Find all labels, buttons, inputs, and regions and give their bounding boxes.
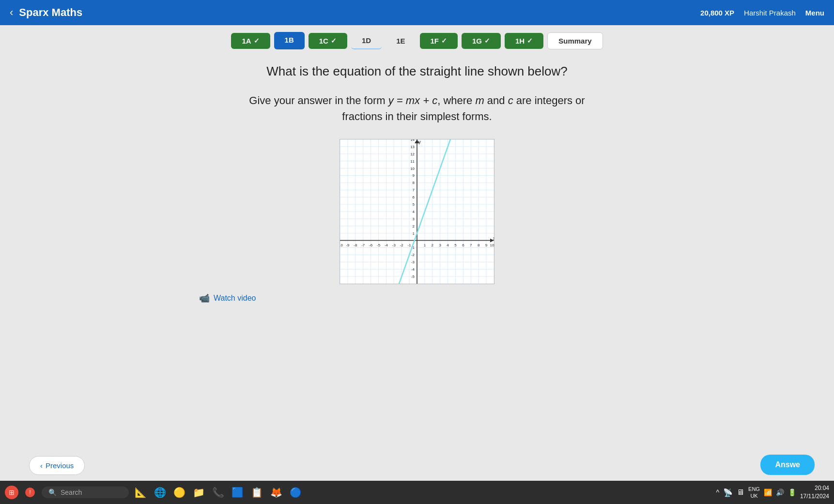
tab-1D[interactable]: 1D <box>351 32 382 49</box>
check-icon-1F: ✓ <box>441 37 447 45</box>
svg-text:-3: -3 <box>411 260 415 264</box>
taskbar-lang: ENGUK <box>748 486 760 500</box>
taskbar-app-4[interactable]: 📁 <box>191 485 206 500</box>
svg-text:2: 2 <box>413 224 415 229</box>
back-button[interactable]: ‹ <box>10 6 13 19</box>
graph-svg: -10 -9 -8 -7 -6 -5 -4 -3 -2 -1 1 2 3 4 5… <box>340 139 494 284</box>
top-bar-right: 20,800 XP Harshit Prakash Menu <box>700 9 824 17</box>
taskbar-clock: 20:04 17/11/2024 <box>800 484 829 501</box>
taskbar-app-5[interactable]: 📞 <box>210 485 226 500</box>
svg-text:1: 1 <box>424 243 426 247</box>
tab-1H[interactable]: 1H ✓ <box>505 33 543 49</box>
taskbar-app-6[interactable]: 🟦 <box>230 485 245 500</box>
svg-text:4: 4 <box>447 243 449 247</box>
svg-text:12: 12 <box>410 152 415 156</box>
main-content: 1A ✓ 1B 1C ✓ 1D 1E 1F ✓ 1G ✓ 1H ✓ Summar… <box>0 25 834 504</box>
menu-button[interactable]: Menu <box>805 9 824 17</box>
tab-1F[interactable]: 1F ✓ <box>420 33 458 49</box>
svg-text:-5: -5 <box>411 275 415 279</box>
svg-text:3: 3 <box>413 217 415 221</box>
tab-1B[interactable]: 1B <box>274 32 305 49</box>
question-area: What is the equation of the straight lin… <box>199 64 635 304</box>
taskbar-battery-icon: 🔋 <box>788 489 796 496</box>
check-icon-1H: ✓ <box>527 37 533 45</box>
svg-text:13: 13 <box>410 145 415 149</box>
previous-label: Previous <box>46 461 74 470</box>
taskbar-app-3[interactable]: 🟡 <box>171 485 187 500</box>
svg-text:3: 3 <box>439 243 441 247</box>
svg-text:6: 6 <box>413 195 415 199</box>
svg-text:5: 5 <box>454 243 457 247</box>
watch-video-button[interactable]: 📹 Watch video <box>199 293 635 304</box>
svg-text:9: 9 <box>485 243 488 247</box>
search-icon: 🔍 <box>48 489 57 496</box>
svg-text:y: y <box>418 139 421 144</box>
svg-text:6: 6 <box>462 243 464 247</box>
tab-1C[interactable]: 1C ✓ <box>309 33 347 49</box>
taskbar-app-7[interactable]: 📋 <box>249 485 264 500</box>
tab-1A[interactable]: 1A ✓ <box>231 33 270 49</box>
notification-icon[interactable]: ! <box>22 485 38 500</box>
taskbar-wifi-icon: 📶 <box>764 489 772 496</box>
previous-button[interactable]: ‹ Previous <box>29 456 85 475</box>
question-formula: Give your answer in the form y = mx + c,… <box>199 92 635 124</box>
check-icon-1C: ✓ <box>331 37 337 45</box>
svg-text:7: 7 <box>470 243 472 247</box>
tab-summary[interactable]: Summary <box>547 32 602 49</box>
taskbar-app-9[interactable]: 🔵 <box>288 485 303 500</box>
svg-text:-4: -4 <box>385 243 388 247</box>
taskbar-app-2[interactable]: 🌐 <box>152 485 168 500</box>
tabs-row: 1A ✓ 1B 1C ✓ 1D 1E 1F ✓ 1G ✓ 1H ✓ Summar… <box>229 25 604 49</box>
taskbar-chevron[interactable]: ^ <box>716 489 720 496</box>
svg-text:2: 2 <box>432 243 434 247</box>
taskbar: ⊞ ! 🔍 Search 📐 🌐 🟡 📁 📞 🟦 📋 🦊 🔵 ^ 📡 🖥 ENG… <box>0 481 834 504</box>
svg-text:-7: -7 <box>361 243 365 247</box>
app-title: Sparx Maths <box>19 6 82 19</box>
graph-container: -10 -9 -8 -7 -6 -5 -4 -3 -2 -1 1 2 3 4 5… <box>199 139 635 284</box>
taskbar-network-icon: 📡 <box>723 488 733 497</box>
taskbar-search[interactable]: 🔍 Search <box>42 487 129 498</box>
svg-text:7: 7 <box>413 188 415 192</box>
svg-text:-2: -2 <box>400 243 404 247</box>
search-label: Search <box>61 489 82 496</box>
answer-label: Answe <box>775 460 800 469</box>
svg-text:-9: -9 <box>346 243 350 247</box>
svg-text:x: x <box>493 235 494 241</box>
answer-button[interactable]: Answe <box>760 455 815 475</box>
svg-text:-3: -3 <box>392 243 396 247</box>
taskbar-app-1[interactable]: 📐 <box>133 485 148 500</box>
taskbar-app-8[interactable]: 🦊 <box>268 485 284 500</box>
svg-text:4: 4 <box>413 210 415 214</box>
xp-label: 20,800 XP <box>700 9 734 17</box>
svg-text:8: 8 <box>478 243 480 247</box>
svg-text:9: 9 <box>413 173 415 178</box>
svg-text:10: 10 <box>490 243 494 247</box>
check-icon-1G: ✓ <box>484 37 490 45</box>
video-icon: 📹 <box>199 293 210 304</box>
svg-text:10: 10 <box>410 167 415 171</box>
tab-1E[interactable]: 1E <box>386 33 416 49</box>
check-icon-1A: ✓ <box>254 37 260 45</box>
previous-arrow-icon: ‹ <box>40 461 43 470</box>
watch-video-label: Watch video <box>214 294 256 303</box>
svg-text:-8: -8 <box>354 243 357 247</box>
svg-text:-6: -6 <box>369 243 373 247</box>
top-bar-left: ‹ Sparx Maths <box>10 6 82 19</box>
svg-text:-10: -10 <box>340 243 343 247</box>
svg-text:8: 8 <box>413 181 415 185</box>
start-button[interactable]: ⊞ <box>5 486 18 499</box>
svg-text:1: 1 <box>413 231 415 236</box>
taskbar-display-icon: 🖥 <box>737 488 744 497</box>
svg-text:-5: -5 <box>377 243 381 247</box>
tab-1G[interactable]: 1G ✓ <box>462 33 501 49</box>
svg-text:11: 11 <box>410 159 415 164</box>
svg-text:-2: -2 <box>411 253 415 257</box>
svg-text:14: 14 <box>410 139 415 142</box>
taskbar-right: ^ 📡 🖥 ENGUK 📶 🔊 🔋 20:04 17/11/2024 <box>716 484 829 501</box>
svg-text:-4: -4 <box>411 267 415 272</box>
user-name: Harshit Prakash <box>744 9 796 17</box>
top-bar: ‹ Sparx Maths 20,800 XP Harshit Prakash … <box>0 0 834 25</box>
svg-text:5: 5 <box>413 202 415 207</box>
question-title: What is the equation of the straight lin… <box>199 64 635 79</box>
taskbar-volume-icon: 🔊 <box>776 489 784 496</box>
